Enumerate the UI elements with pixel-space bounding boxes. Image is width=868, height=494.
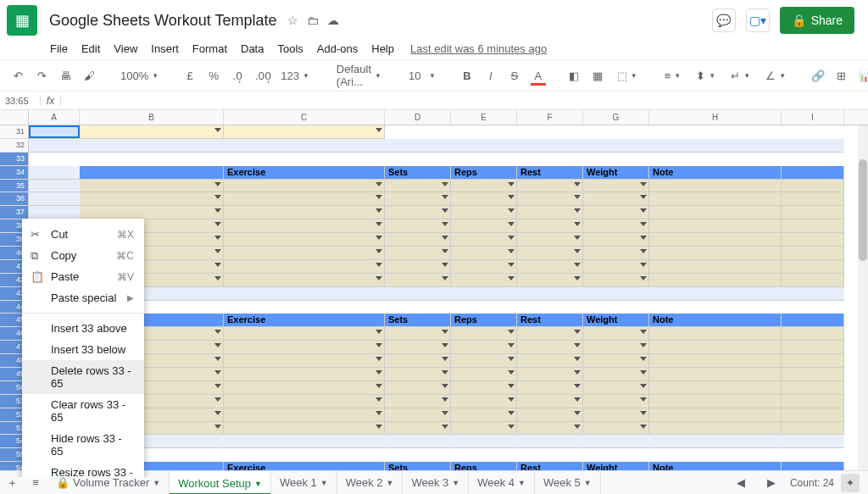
- cell[interactable]: [29, 153, 80, 166]
- cell[interactable]: Rest (Seconds): [517, 166, 583, 180]
- cell[interactable]: [29, 180, 80, 193]
- row-header[interactable]: 34: [0, 166, 29, 180]
- cell[interactable]: [649, 260, 782, 274]
- cell[interactable]: [451, 125, 517, 139]
- cell[interactable]: [385, 448, 451, 462]
- cell[interactable]: Note: [649, 314, 782, 327]
- percent-button[interactable]: %: [204, 66, 223, 86]
- cell[interactable]: [517, 327, 583, 341]
- cell[interactable]: [451, 408, 517, 422]
- add-sheet-button[interactable]: ＋: [0, 475, 24, 491]
- cell[interactable]: [385, 408, 451, 422]
- tab-week2[interactable]: Week 2▼: [337, 471, 403, 495]
- cell[interactable]: [451, 153, 517, 166]
- cell[interactable]: Sets: [385, 166, 451, 180]
- col-header-c[interactable]: C: [224, 110, 385, 125]
- currency-pound-button[interactable]: £: [181, 66, 199, 86]
- cell[interactable]: [782, 408, 844, 422]
- cell[interactable]: [583, 395, 649, 408]
- ctx-copy[interactable]: ⧉Copy⌘C: [22, 245, 144, 266]
- cell[interactable]: Exercise: [224, 314, 385, 327]
- cell[interactable]: [451, 139, 517, 153]
- redo-button[interactable]: ↷: [32, 66, 51, 86]
- cell[interactable]: [782, 233, 844, 247]
- cell[interactable]: [517, 395, 583, 408]
- tab-week1[interactable]: Week 1▼: [271, 471, 337, 495]
- cell[interactable]: [224, 395, 385, 408]
- cell[interactable]: [385, 287, 451, 301]
- cell[interactable]: [451, 192, 517, 206]
- cloud-icon[interactable]: ☁: [327, 14, 339, 27]
- cell[interactable]: [29, 125, 80, 139]
- cell[interactable]: [385, 260, 451, 274]
- cell[interactable]: [517, 448, 583, 462]
- cell[interactable]: [224, 354, 385, 368]
- cell[interactable]: [451, 247, 517, 260]
- menu-edit[interactable]: Edit: [75, 41, 106, 57]
- ctx-clear-rows[interactable]: Clear rows 33 - 65: [22, 394, 144, 428]
- cell[interactable]: [517, 435, 583, 448]
- ctx-delete-rows[interactable]: Delete rows 33 - 65: [22, 360, 144, 394]
- cell[interactable]: [224, 219, 385, 233]
- chart-button[interactable]: 📊: [855, 66, 868, 86]
- cell[interactable]: [224, 341, 385, 354]
- menu-tools[interactable]: Tools: [271, 41, 309, 57]
- cell[interactable]: [782, 422, 844, 436]
- cell[interactable]: [224, 422, 385, 436]
- explore-button[interactable]: ✦: [841, 474, 860, 492]
- tab-scroll-left[interactable]: ◀: [729, 476, 753, 489]
- cell[interactable]: [649, 341, 782, 354]
- cell[interactable]: [29, 139, 80, 153]
- col-header-e[interactable]: E: [451, 110, 517, 125]
- cell[interactable]: [385, 192, 451, 206]
- menu-data[interactable]: Data: [235, 41, 270, 57]
- cell[interactable]: [782, 125, 844, 139]
- cell[interactable]: [782, 368, 844, 381]
- cell[interactable]: [451, 206, 517, 219]
- cell[interactable]: [782, 341, 844, 354]
- cell[interactable]: [583, 422, 649, 436]
- cell[interactable]: [782, 247, 844, 260]
- cell[interactable]: [583, 192, 649, 206]
- cell[interactable]: [224, 180, 385, 193]
- cell[interactable]: [649, 274, 782, 287]
- menu-addons[interactable]: Add-ons: [311, 41, 364, 57]
- cell[interactable]: [29, 166, 80, 180]
- cell[interactable]: [517, 368, 583, 381]
- menu-view[interactable]: View: [108, 41, 143, 57]
- cell[interactable]: [224, 233, 385, 247]
- tab-workout-setup[interactable]: Workout Setup▼: [170, 471, 271, 495]
- comment-button[interactable]: ⊞: [832, 66, 850, 86]
- cell[interactable]: [451, 422, 517, 436]
- cell[interactable]: [385, 125, 451, 139]
- cell[interactable]: [649, 247, 782, 260]
- cell[interactable]: [583, 260, 649, 274]
- cell[interactable]: [517, 247, 583, 260]
- cell[interactable]: [385, 153, 451, 166]
- cell[interactable]: [29, 192, 80, 206]
- cell[interactable]: [517, 274, 583, 287]
- ctx-paste[interactable]: 📋Paste⌘V: [22, 266, 144, 287]
- star-icon[interactable]: ☆: [287, 14, 298, 27]
- cell[interactable]: [385, 381, 451, 395]
- print-button[interactable]: 🖶: [56, 66, 75, 86]
- cell[interactable]: [782, 314, 844, 327]
- menu-insert[interactable]: Insert: [145, 41, 185, 57]
- row-header[interactable]: 31: [0, 125, 29, 139]
- cell[interactable]: [224, 247, 385, 260]
- cell[interactable]: [451, 341, 517, 354]
- cell[interactable]: [649, 139, 782, 153]
- cell[interactable]: [649, 192, 782, 206]
- fill-color-button[interactable]: ◧: [565, 66, 583, 86]
- cell[interactable]: [649, 368, 782, 381]
- cell[interactable]: [451, 287, 517, 301]
- cell[interactable]: [80, 125, 224, 139]
- col-header-d[interactable]: D: [385, 110, 451, 125]
- col-header-f[interactable]: F: [517, 110, 583, 125]
- cell[interactable]: [782, 435, 844, 448]
- cell[interactable]: [451, 219, 517, 233]
- row-header[interactable]: 37: [0, 206, 29, 219]
- cell[interactable]: [583, 125, 649, 139]
- tab-scroll-right[interactable]: ▶: [760, 476, 783, 489]
- cell[interactable]: [517, 192, 583, 206]
